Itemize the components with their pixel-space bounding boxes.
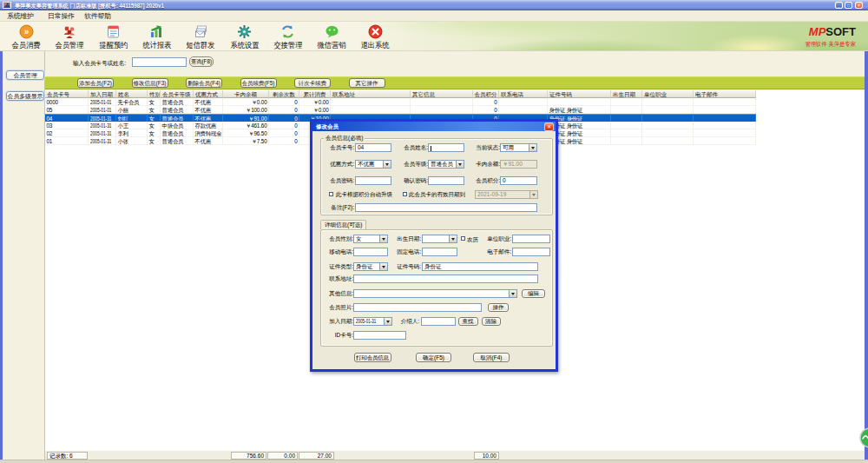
find-button[interactable]: 查找 [458, 317, 478, 326]
email-field[interactable] [512, 248, 550, 256]
column-header-0[interactable]: 会员卡号 [45, 90, 89, 99]
sidebar-button-member-multilevel[interactable]: 会员多级显示 [6, 91, 44, 101]
job-field[interactable] [512, 235, 550, 243]
menu-item-0[interactable]: 系统维护 [5, 12, 36, 21]
menu-item-2[interactable]: 软件帮助 [82, 12, 113, 21]
column-header-7[interactable]: 剩余次数 [269, 90, 299, 99]
print-member-button[interactable]: 打印会员信息 [354, 353, 391, 362]
column-header-12[interactable]: 联系电话 [499, 90, 548, 99]
column-header-14[interactable]: 出生日期 [611, 90, 642, 99]
toolbar-button-5[interactable]: 系统设置 [225, 23, 265, 50]
toolbar-button-0[interactable]: »会员消费 [6, 23, 46, 50]
dialog-close-button[interactable]: ✕ [544, 122, 554, 131]
column-header-9[interactable]: 联系地址 [331, 90, 411, 99]
chevron-down-icon[interactable] [384, 318, 391, 325]
float-chat-icon[interactable] [859, 427, 868, 448]
phone-field[interactable] [422, 248, 457, 256]
toolbar-button-label: 交接管理 [270, 40, 306, 51]
combo-value: 2005-01-31 [356, 318, 376, 325]
column-header-6[interactable]: 卡内余额 [223, 90, 269, 99]
dialog-title-bar[interactable]: 修改会员 [312, 122, 556, 131]
remark-field[interactable] [355, 203, 537, 212]
chevron-down-icon[interactable] [529, 144, 536, 151]
points-field[interactable]: 0 [500, 176, 537, 185]
sidebar-button-member-manage[interactable]: 会员管理 [6, 70, 44, 80]
combo-value: 不优惠 [358, 161, 375, 167]
password-field[interactable] [355, 176, 391, 185]
mobile-field[interactable] [353, 248, 388, 256]
column-header-10[interactable]: 其它信息 [411, 90, 473, 99]
introducer-label: 介绍人: [393, 317, 419, 326]
detail-info-tab[interactable]: 详细信息(可选) [320, 220, 366, 229]
toolbar-button-6[interactable]: 交接管理 [268, 23, 308, 50]
other-info-combo[interactable] [353, 289, 517, 298]
search-button[interactable]: 查询(F8) [189, 56, 214, 67]
column-header-15[interactable]: 单位职业 [642, 90, 694, 99]
remark-label: 备注(F2): [319, 203, 354, 212]
card-no-field[interactable]: 04 [355, 143, 391, 152]
maximize-button[interactable]: □ [845, 2, 852, 9]
toolbar-button-3[interactable]: 统计报表 [137, 23, 177, 50]
column-header-13[interactable]: 证件号码 [548, 90, 611, 99]
toolbar-button-2[interactable]: 提醒预约 [94, 23, 134, 50]
close-button[interactable]: ✕ [855, 2, 863, 9]
expiry-label: 此会员卡的有效日期到 [409, 191, 465, 197]
chevron-down-icon[interactable] [383, 161, 391, 168]
column-header-1[interactable]: 加入日期 [89, 90, 116, 99]
column-header-8[interactable]: 累计消费 [299, 90, 331, 99]
column-header-5[interactable]: 优惠方式 [194, 90, 223, 99]
search-input[interactable] [132, 57, 187, 67]
birth-combo[interactable] [422, 235, 457, 243]
menu-item-1[interactable]: 日常操作 [46, 12, 76, 21]
clear-button[interactable]: 清除 [482, 317, 501, 326]
action-button-0[interactable]: 添加会员(F2) [77, 78, 114, 88]
ok-button[interactable]: 确定(F5) [416, 353, 451, 362]
expiry-checkbox[interactable] [403, 192, 407, 196]
status-combo[interactable]: 可用 [500, 143, 537, 152]
gender-combo[interactable]: 女 [353, 235, 388, 243]
action-bar: 添加会员(F2)修改信息(F3)删除会员(F4)会员续费(F5)计次卡续费其它操… [45, 76, 865, 89]
column-header-3[interactable]: 性别 [148, 90, 161, 99]
edit-button[interactable]: 编辑 [522, 289, 545, 298]
cell-r2-c2: 刘红 [116, 114, 148, 122]
column-header-16[interactable]: 电子邮件 [694, 90, 756, 99]
action-button-3[interactable]: 会员续费(F5) [240, 78, 277, 88]
id-card-field[interactable] [353, 331, 406, 340]
column-header-2[interactable]: 姓名 [116, 90, 148, 99]
address-field[interactable] [353, 274, 538, 283]
column-header-11[interactable]: 会员积分 [473, 90, 499, 99]
toolbar-button-7[interactable]: 微信营销 [312, 23, 352, 50]
cell-r4-c4: 普通会员 [161, 129, 194, 137]
cell-r0-c2: 无卡会员 [116, 98, 148, 106]
handover-icon [280, 24, 295, 39]
cert-type-combo[interactable]: 身份证 [353, 262, 388, 271]
photo-field[interactable] [353, 303, 482, 312]
toolbar-button-8[interactable]: 退出系统 [355, 23, 395, 50]
join-date-combo[interactable]: 2005-01-31 [353, 317, 392, 326]
action-button-2[interactable]: 删除会员(F4) [186, 78, 222, 88]
lunar-checkbox[interactable] [461, 236, 465, 241]
toolbar-button-1[interactable]: 会员管理 [49, 23, 89, 50]
chevron-down-icon[interactable] [456, 161, 464, 168]
window-title: 美萍美发美容管理系统 门店标准版 [授权号: 44115987] 2020v1 [15, 3, 164, 10]
chevron-down-icon[interactable] [509, 290, 516, 297]
confirm-password-field[interactable] [428, 176, 464, 185]
action-button-4[interactable]: 计次卡续费 [294, 78, 331, 88]
auto-upgrade-checkbox[interactable] [329, 192, 333, 196]
action-button-5[interactable]: 其它操作 [349, 78, 385, 88]
cert-no-field[interactable]: 身份证 [422, 262, 538, 271]
member-name-field[interactable] [428, 143, 464, 152]
cancel-button[interactable]: 取消(F4) [473, 353, 510, 362]
action-button-1[interactable]: 修改信息(F3) [132, 78, 168, 88]
toolbar-button-4[interactable]: 短信群发 [181, 23, 220, 50]
gender-label: 会员性别: [319, 235, 353, 243]
minimize-button[interactable]: _ [835, 2, 843, 9]
discount-combo[interactable]: 不优惠 [355, 160, 391, 169]
column-header-4[interactable]: 会员卡等级 [161, 90, 194, 99]
member-info-legend: 会员信息(必填) [324, 135, 365, 141]
chevron-down-icon[interactable] [449, 235, 457, 242]
level-combo[interactable]: 普通会员 [428, 160, 464, 169]
introducer-field[interactable] [421, 317, 456, 326]
cell-r3-c2: 小王 [116, 122, 148, 129]
operate-button[interactable]: 操作 [488, 303, 509, 312]
